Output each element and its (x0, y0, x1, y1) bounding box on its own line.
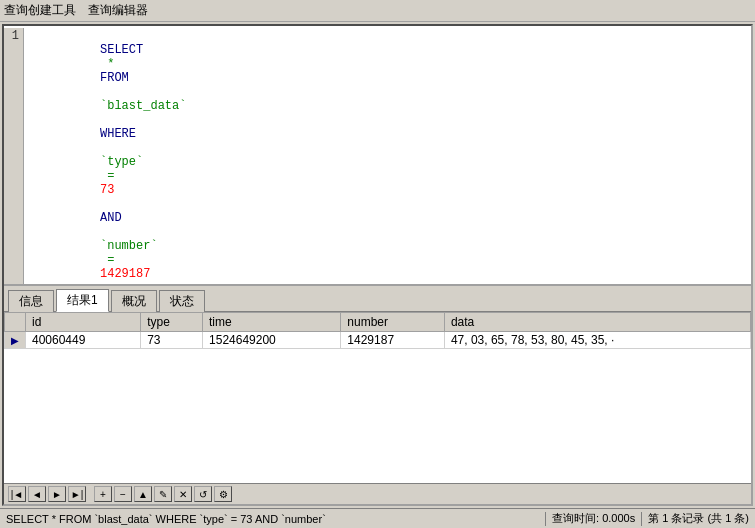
status-query: SELECT * FROM `blast_data` WHERE `type` … (6, 513, 539, 525)
keyword-and1: AND (100, 211, 122, 225)
col-header-type: type (141, 313, 203, 332)
menu-item-query-create[interactable]: 查询创建工具 (4, 2, 76, 19)
col-number: `number` (100, 239, 158, 253)
tab-overview[interactable]: 概况 (111, 290, 157, 312)
menu-bar: 查询创建工具 查询编辑器 (0, 0, 755, 22)
cell-data: 47, 03, 65, 78, 53, 80, 45, 35, · (444, 332, 750, 349)
sql-lines: 1 SELECT * FROM `blast_data` WHERE `type… (4, 26, 751, 286)
tab-results1[interactable]: 结果1 (56, 289, 109, 312)
status-records: 第 1 条记录 (共 1 条) (648, 511, 749, 526)
bottom-toolbar: |◄ ◄ ► ►| + − ▲ ✎ ✕ ↺ ⚙ (4, 483, 751, 504)
status-divider2 (641, 512, 642, 526)
col-header-data: data (444, 313, 750, 332)
result-table: id type time number data ▶ 40060449 73 1… (4, 312, 751, 349)
col-header-number: number (341, 313, 445, 332)
val-num: 1429187 (100, 267, 150, 281)
cancel-button[interactable]: ✕ (174, 486, 192, 502)
col-header-indicator (5, 313, 26, 332)
main-content: 1 SELECT * FROM `blast_data` WHERE `type… (2, 24, 753, 506)
row-indicator: ▶ (5, 332, 26, 349)
and1 (100, 197, 107, 211)
status-time: 查询时间: 0.000s (552, 511, 635, 526)
tab-status[interactable]: 状态 (159, 290, 205, 312)
text-space (100, 85, 107, 99)
delete-row-button[interactable]: − (114, 486, 132, 502)
cell-time: 1524649200 (203, 332, 341, 349)
nav-prev-button[interactable]: ◄ (28, 486, 46, 502)
eq2: = (100, 253, 122, 267)
cell-id: 40060449 (26, 332, 141, 349)
col-header-id: id (26, 313, 141, 332)
col-header-time: time (203, 313, 341, 332)
keyword-select: SELECT (100, 43, 143, 57)
tab-info[interactable]: 信息 (8, 290, 54, 312)
nav-last-button[interactable]: ►| (68, 486, 86, 502)
text-space2 (100, 141, 107, 155)
table-name: `blast_data` (100, 99, 186, 113)
eq1: = (100, 169, 122, 183)
sp3 (100, 225, 107, 239)
nav-first-button[interactable]: |◄ (8, 486, 26, 502)
keyword-where: WHERE (100, 127, 136, 141)
results-pane: id type time number data ▶ 40060449 73 1… (4, 312, 751, 483)
sql-editor[interactable]: 1 SELECT * FROM `blast_data` WHERE `type… (4, 26, 751, 286)
menu-item-query-editor[interactable]: 查询编辑器 (88, 2, 148, 19)
line-content-1[interactable]: SELECT * FROM `blast_data` WHERE `type` … (24, 28, 190, 286)
edit-button[interactable]: ✎ (154, 486, 172, 502)
cell-type: 73 (141, 332, 203, 349)
nav-next-button[interactable]: ► (48, 486, 66, 502)
line-number-1: 1 (4, 28, 24, 286)
val-73: 73 (100, 183, 114, 197)
limit1 (100, 281, 107, 286)
table-row[interactable]: ▶ 40060449 73 1524649200 1429187 47, 03,… (5, 332, 751, 349)
settings-button[interactable]: ⚙ (214, 486, 232, 502)
tabs-container: 信息 结果1 概况 状态 (4, 286, 751, 312)
col-type: `type` (100, 155, 143, 169)
refresh-button[interactable]: ↺ (194, 486, 212, 502)
sql-line-1: 1 SELECT * FROM `blast_data` WHERE `type… (4, 28, 751, 286)
cell-number: 1429187 (341, 332, 445, 349)
status-divider1 (545, 512, 546, 526)
text-star: * (100, 57, 122, 71)
row-arrow-icon: ▶ (11, 335, 19, 346)
add-row-button[interactable]: + (94, 486, 112, 502)
upload-button[interactable]: ▲ (134, 486, 152, 502)
keyword-from: FROM (100, 71, 129, 85)
text-where (100, 113, 107, 127)
status-bar: SELECT * FROM `blast_data` WHERE `type` … (0, 508, 755, 528)
